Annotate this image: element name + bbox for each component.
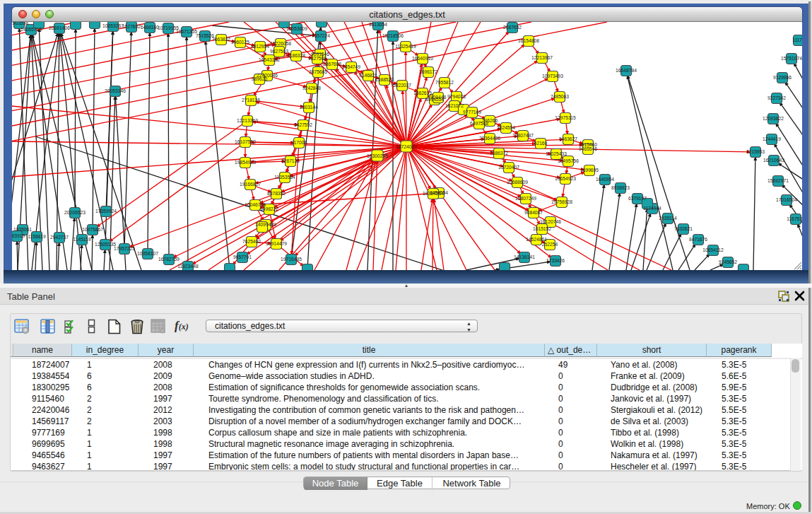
svg-text:8471676: 8471676: [689, 237, 707, 242]
svg-text:17016504: 17016504: [776, 197, 797, 202]
svg-text:62160: 62160: [534, 141, 548, 146]
svg-text:8215953: 8215953: [746, 149, 765, 154]
svg-text:16495756: 16495756: [558, 158, 579, 163]
svg-text:7955812: 7955812: [435, 80, 454, 85]
svg-text:12213967: 12213967: [531, 55, 553, 60]
svg-text:1244419: 1244419: [763, 136, 781, 141]
svg-text:7625402: 7625402: [242, 239, 261, 244]
svg-text:9657791: 9657791: [233, 255, 252, 259]
svg-text:10807487: 10807487: [512, 133, 534, 138]
svg-text:7632621: 7632621: [674, 226, 693, 231]
svg-text:1362615: 1362615: [413, 90, 432, 95]
svg-text:1527602: 1527602: [122, 24, 141, 29]
svg-text:20364436: 20364436: [479, 136, 500, 141]
svg-text:15720407: 15720407: [498, 165, 519, 170]
svg-text:14055713: 14055713: [20, 27, 42, 32]
svg-text:16640910: 16640910: [412, 56, 433, 61]
svg-text:1640954: 1640954: [596, 177, 614, 182]
svg-text:16154808: 16154808: [518, 38, 539, 43]
svg-text:19654923: 19654923: [555, 176, 576, 181]
svg-text:12975115: 12975115: [555, 115, 576, 120]
svg-text:12505135: 12505135: [95, 242, 116, 247]
svg-text:5822037: 5822037: [393, 83, 411, 88]
svg-text:2803144: 2803144: [300, 105, 318, 110]
svg-text:9827508: 9827508: [308, 56, 326, 61]
svg-text:2718126: 2718126: [242, 98, 260, 103]
svg-text:14099489: 14099489: [255, 222, 276, 227]
svg-text:1621072: 1621072: [445, 103, 464, 108]
svg-text:7485063: 7485063: [551, 94, 569, 99]
svg-text:252254: 252254: [542, 242, 558, 247]
svg-text:19384554: 19384554: [423, 191, 444, 196]
svg-text:15807249: 15807249: [515, 196, 536, 201]
svg-text:17957225: 17957225: [114, 246, 135, 251]
svg-text:10688609: 10688609: [507, 180, 528, 185]
svg-text:18300295: 18300295: [367, 153, 388, 158]
svg-text:2935114: 2935114: [659, 216, 677, 221]
svg-text:1615152: 1615152: [533, 226, 551, 231]
svg-text:7663822: 7663822: [212, 37, 230, 42]
svg-text:19166827: 19166827: [240, 182, 261, 187]
svg-text:8454749: 8454749: [342, 64, 360, 69]
svg-text:15226058: 15226058: [270, 41, 291, 46]
svg-text:2087652: 2087652: [503, 25, 522, 30]
svg-text:2942737: 2942737: [50, 235, 69, 240]
svg-text:1167534: 1167534: [787, 216, 802, 221]
svg-text:6379197: 6379197: [628, 196, 647, 201]
svg-text:15692971: 15692971: [767, 178, 789, 183]
svg-text:16543382: 16543382: [259, 57, 280, 62]
svg-text:917006: 917006: [291, 140, 307, 145]
svg-text:989620: 989620: [252, 76, 268, 81]
svg-text:9129966: 9129966: [773, 75, 792, 80]
svg-text:8878352: 8878352: [267, 191, 286, 196]
svg-text:9084067: 9084067: [524, 210, 543, 215]
svg-text:9245652: 9245652: [719, 259, 737, 264]
svg-text:11353584: 11353584: [274, 175, 295, 180]
svg-text:10973493: 10973493: [542, 74, 563, 78]
svg-text:1174444: 1174444: [643, 206, 661, 211]
svg-text:15751074: 15751074: [781, 56, 802, 61]
svg-text:7357224: 7357224: [312, 33, 330, 38]
svg-text:9465546: 9465546: [579, 146, 597, 151]
svg-text:8427552: 8427552: [294, 122, 312, 127]
svg-text:12093822: 12093822: [763, 116, 784, 121]
svg-text:10654112: 10654112: [702, 247, 724, 252]
svg-text:1733426: 1733426: [546, 258, 565, 263]
svg-text:3875685: 3875685: [309, 69, 327, 74]
svg-text:1588520: 1588520: [375, 77, 394, 82]
svg-text:2867608: 2867608: [323, 62, 341, 66]
svg-text:9794028: 9794028: [447, 94, 466, 99]
svg-text:9498222: 9498222: [260, 206, 278, 211]
svg-text:20206523: 20206523: [64, 210, 86, 215]
svg-text:9227342: 9227342: [767, 95, 786, 100]
svg-text:11172: 11172: [792, 37, 802, 42]
svg-text:10671355: 10671355: [176, 29, 197, 34]
svg-text:6466160: 6466160: [141, 25, 159, 30]
svg-text:8613054: 8613054: [369, 22, 387, 27]
svg-text:8186328: 8186328: [287, 53, 305, 58]
svg-text:20691406: 20691406: [49, 25, 70, 30]
svg-text:19854923: 19854923: [235, 160, 256, 165]
svg-text:16053809: 16053809: [286, 26, 307, 31]
svg-text:16210643: 16210643: [763, 158, 784, 163]
svg-text:18724007: 18724007: [396, 144, 417, 149]
svg-text:9463627: 9463627: [559, 136, 577, 141]
svg-text:16914479: 16914479: [266, 241, 287, 246]
svg-text:14136141: 14136141: [514, 255, 535, 259]
svg-text:16782759: 16782759: [158, 257, 180, 262]
svg-text:10025433: 10025433: [546, 151, 567, 156]
svg-text:9827503: 9827503: [270, 49, 288, 54]
svg-text:20053346: 20053346: [105, 88, 126, 93]
svg-text:1903558: 1903558: [12, 22, 28, 25]
svg-text:1156819: 1156819: [28, 234, 46, 239]
svg-text:7386372: 7386372: [490, 151, 508, 156]
svg-text:10653267: 10653267: [102, 23, 124, 28]
svg-text:9777169: 9777169: [463, 110, 481, 115]
svg-text:183919: 183919: [12, 233, 25, 238]
svg-text:1696172: 1696172: [419, 69, 437, 74]
svg-text:10975867: 10975867: [82, 227, 103, 232]
svg-text:14524861: 14524861: [526, 237, 547, 242]
svg-text:16107552: 16107552: [235, 139, 256, 144]
svg-text:3624554: 3624554: [497, 125, 515, 130]
svg-text:9242848: 9242848: [302, 86, 321, 90]
